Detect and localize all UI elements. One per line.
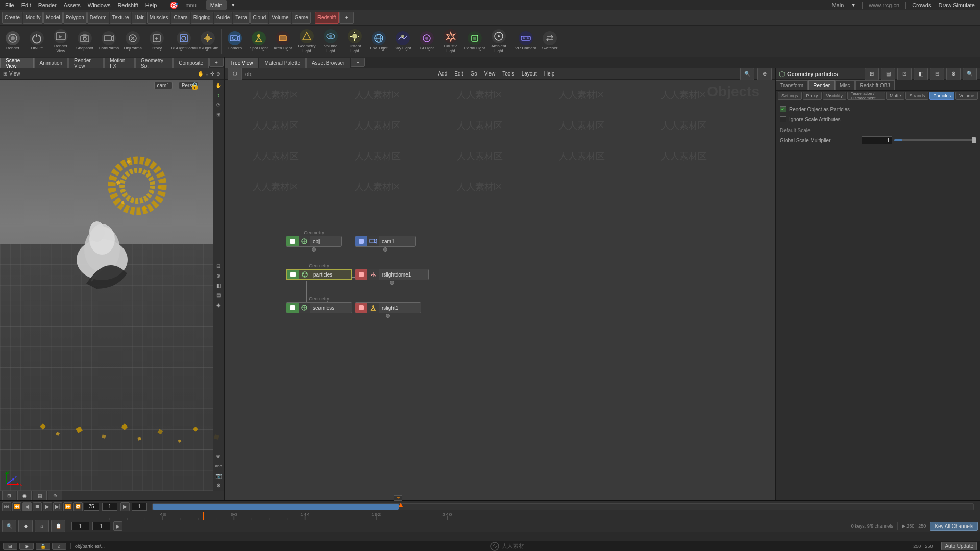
node-cam1[interactable]: . cam1 bbox=[355, 230, 416, 252]
btn-modify[interactable]: Modify bbox=[23, 12, 43, 24]
btn-muscles[interactable]: Muscles bbox=[147, 12, 171, 24]
key-all-channels-btn[interactable]: Key All Channels bbox=[930, 522, 978, 531]
vt-snap[interactable]: ⊕ bbox=[214, 271, 223, 280]
vt-move[interactable]: ↕ bbox=[214, 90, 223, 99]
menu-assets[interactable]: Assets bbox=[61, 0, 84, 10]
playhead-marker[interactable] bbox=[399, 503, 403, 507]
workspace-arrow2[interactable]: ▼ bbox=[848, 0, 859, 10]
light-btn-portal[interactable]: Portal Light bbox=[463, 27, 486, 56]
workspace-indicator[interactable]: Main bbox=[206, 0, 227, 10]
tl-key-btn[interactable]: ◆ bbox=[18, 520, 33, 532]
light-btn-renderv[interactable]: Render View bbox=[49, 27, 72, 56]
vb-btn3[interactable]: ▤ bbox=[33, 490, 47, 500]
workspace-arrow[interactable]: ▼ bbox=[228, 0, 239, 10]
tl-btn-rewind[interactable]: ⏮ bbox=[2, 502, 11, 511]
btn-volume[interactable]: Volume bbox=[269, 12, 291, 24]
vb-btn4[interactable]: ⊕ bbox=[48, 490, 62, 500]
menu-render[interactable]: Render bbox=[35, 0, 60, 10]
light-btn-camera[interactable]: Camera bbox=[223, 27, 247, 56]
tl-btn-next-frame[interactable]: ▶| bbox=[53, 502, 62, 511]
vt-settings[interactable]: ⚙ bbox=[214, 481, 223, 490]
btn-guide[interactable]: Guide bbox=[214, 12, 233, 24]
tab-geometry-sp[interactable]: Geometry Sp. bbox=[135, 58, 173, 68]
menu-help[interactable]: Help bbox=[142, 0, 160, 10]
viewport-info[interactable]: ⊕ bbox=[216, 71, 220, 77]
timeline-bar-container[interactable]: 75 bbox=[152, 503, 974, 510]
node-seamless-box[interactable]: seamless bbox=[286, 302, 352, 313]
node-cam1-box[interactable]: cam1 bbox=[355, 236, 416, 247]
vt-display[interactable]: ▤ bbox=[214, 290, 223, 299]
btn-create[interactable]: Create bbox=[2, 12, 22, 24]
tab-render-view[interactable]: Render View bbox=[68, 58, 104, 68]
status-icon1[interactable]: ⊞ bbox=[3, 543, 17, 550]
vb-btn2[interactable]: ◉ bbox=[17, 490, 32, 500]
viewport-icon2[interactable]: ↕ bbox=[206, 71, 208, 77]
checkbox-render-as-particles[interactable]: ✓ bbox=[780, 106, 786, 112]
current-frame-input[interactable] bbox=[84, 503, 99, 511]
tab-add-right[interactable]: + bbox=[351, 58, 365, 67]
tab-animation[interactable]: Animation bbox=[34, 58, 68, 68]
tab-tree-view[interactable]: Tree View bbox=[225, 58, 258, 68]
props-btn-settings[interactable]: ⚙ bbox=[946, 68, 961, 80]
vt-rotate[interactable]: ⟳ bbox=[214, 100, 223, 109]
subtab-particles[interactable]: Particles bbox=[929, 92, 954, 100]
light-btn-ambient[interactable]: Ambient Light bbox=[487, 27, 510, 56]
node-rslight1-box[interactable]: rslight1 bbox=[355, 302, 421, 313]
node-zoom[interactable]: ⊕ bbox=[757, 68, 772, 80]
light-btn-env[interactable]: Env. Light bbox=[367, 27, 390, 56]
tab-redshift-obj[interactable]: Redshift OBJ bbox=[855, 80, 895, 90]
tl-home-btn[interactable]: ⌂ bbox=[35, 520, 49, 532]
menu-redshift[interactable]: Redshift bbox=[114, 0, 141, 10]
tl-btn-loop[interactable]: 🔁 bbox=[74, 502, 83, 511]
light-btn-switcher[interactable]: Switcher bbox=[538, 27, 561, 56]
lock-icon[interactable]: 🔒 bbox=[190, 82, 199, 90]
vt-wireframe[interactable]: ◧ bbox=[214, 281, 223, 290]
menu-crowds[interactable]: Crowds bbox=[909, 0, 934, 10]
frame-range-end[interactable] bbox=[132, 503, 147, 511]
node-menu-add[interactable]: Add bbox=[436, 71, 449, 77]
tl-btn-prev-frame[interactable]: ◀ bbox=[22, 502, 32, 511]
node-rslightdome1-box[interactable]: rslightdome1 bbox=[355, 269, 429, 280]
tab-add-left[interactable]: + bbox=[209, 58, 224, 67]
node-obj[interactable]: Geometry obj bbox=[286, 230, 342, 252]
btn-terra[interactable]: Terra bbox=[233, 12, 250, 24]
light-btn-sky[interactable]: Sky Light bbox=[391, 27, 414, 56]
tl-toggle-btn[interactable]: ▶ bbox=[113, 521, 122, 531]
node-header-icon[interactable]: ⬡ bbox=[228, 68, 242, 80]
global-scale-slider-thumb[interactable] bbox=[972, 137, 976, 143]
menu-file[interactable]: File bbox=[2, 0, 17, 10]
status-icon2[interactable]: ◉ bbox=[19, 543, 34, 550]
viewport-icon3[interactable]: ✛ bbox=[210, 71, 214, 77]
props-btn-search[interactable]: 🔍 bbox=[963, 68, 977, 80]
node-obj-box[interactable]: obj bbox=[286, 236, 342, 247]
light-btn-render[interactable]: Render bbox=[1, 27, 24, 56]
node-menu-view[interactable]: View bbox=[482, 71, 498, 77]
node-seamless[interactable]: Geometry seamless bbox=[286, 296, 352, 313]
node-menu-go[interactable]: Go bbox=[468, 71, 479, 77]
node-canvas[interactable]: Objects 人人素材区 人人素材区 人人素材区 人人素材区 人人素材区 人人… bbox=[225, 80, 775, 500]
vt-grid[interactable]: ⊟ bbox=[214, 261, 223, 270]
menu-edit[interactable]: Edit bbox=[18, 0, 34, 10]
status-icon3[interactable]: 🔒 bbox=[36, 543, 50, 550]
vt-visibility[interactable]: 👁 bbox=[214, 452, 223, 461]
node-rslightdome1[interactable]: . rslightdome1 bbox=[355, 263, 429, 285]
node-menu-layout[interactable]: Layout bbox=[520, 71, 539, 77]
tl-zoom-btn[interactable]: 🔍 bbox=[2, 520, 16, 532]
status-icon4[interactable]: ⌂ bbox=[52, 543, 66, 550]
subtab-volume[interactable]: Volume bbox=[955, 92, 978, 100]
light-btn-area[interactable]: Area Light bbox=[271, 27, 295, 56]
vt-select[interactable]: ✋ bbox=[214, 81, 223, 90]
btn-model[interactable]: Model bbox=[43, 12, 62, 24]
subtab-visibility[interactable]: Visibility bbox=[823, 92, 846, 100]
props-btn-grid2[interactable]: ▤ bbox=[881, 68, 895, 80]
light-btn-camparms[interactable]: CamParms bbox=[97, 27, 120, 56]
btn-cloud[interactable]: Cloud bbox=[250, 12, 268, 24]
light-btn-proxy[interactable]: Proxy bbox=[145, 27, 168, 56]
light-btn-geometry[interactable]: Geometry Light bbox=[295, 27, 318, 56]
tl-btn-play-range[interactable]: ▶ bbox=[120, 502, 130, 511]
tab-asset-browser[interactable]: Asset Browser bbox=[306, 58, 350, 68]
vt-abc[interactable]: abc bbox=[214, 461, 223, 470]
checkbox-ignore-scale[interactable] bbox=[780, 116, 786, 122]
tl-frame-display-btn[interactable]: 📋 bbox=[51, 520, 65, 532]
light-btn-rslightportal[interactable]: RSLightPortal bbox=[172, 27, 195, 56]
